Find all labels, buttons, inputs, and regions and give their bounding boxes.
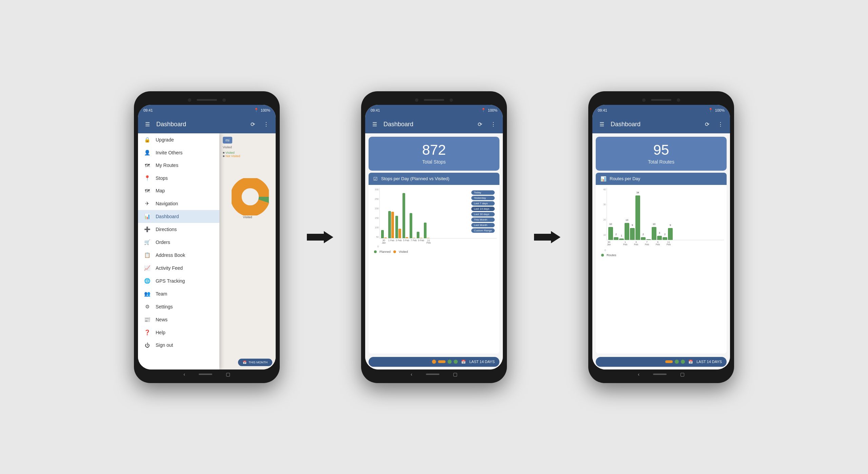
back-btn-2[interactable]: ‹ (411, 372, 412, 377)
menu-item-myroutes[interactable]: 🗺 My Routes (138, 159, 219, 172)
bar-visited-9feb (420, 238, 422, 238)
filter-30days[interactable]: Last 30 days (471, 212, 495, 216)
bar-planned-1feb (388, 211, 391, 238)
square-btn-2[interactable]: ▢ (453, 372, 457, 377)
more-icon-2[interactable]: ⋮ (489, 120, 498, 129)
menu-icon-3[interactable]: ☰ (597, 120, 607, 129)
refresh-icon-2[interactable]: ⟳ (475, 120, 485, 129)
bar-wrap-5feb: 34 (635, 195, 640, 240)
menu-item-activityfeed[interactable]: 📈 Activity Feed (138, 262, 219, 274)
route-bar-11bfeb (668, 228, 673, 240)
menu-item-map[interactable]: 🗺 Map (138, 185, 219, 197)
location-icon-1: 📍 (254, 108, 259, 112)
filter-7days[interactable]: Last 7 days (471, 201, 495, 206)
menu-label-team: Team (156, 291, 167, 297)
person-add-icon: 👤 (143, 150, 151, 156)
stat-card-routes: 95 Total Routes (596, 137, 727, 171)
menu-label-directions: Directions (156, 227, 177, 232)
date-bar-2[interactable]: 📅 LAST 14 DAYS (369, 357, 499, 367)
dashboard-icon: 📊 (143, 213, 151, 220)
directions-icon: ➕ (143, 226, 151, 232)
menu-item-navigation[interactable]: ✈ Navigation (138, 197, 219, 210)
menu-label-myroutes: My Routes (156, 163, 178, 168)
date-bar-3[interactable]: 📅 LAST 14 DAYS (596, 357, 727, 367)
menu-item-signout[interactable]: ⏻ Sign out (138, 339, 219, 352)
menu-label-orders: Orders (156, 240, 170, 245)
menu-icon-1[interactable]: ☰ (143, 120, 152, 129)
filter-yesterday[interactable]: Yesterday (471, 196, 495, 200)
more-icon-1[interactable]: ⋮ (261, 120, 271, 129)
route-bar-11feb (663, 237, 667, 240)
square-btn-3[interactable]: ▢ (680, 372, 685, 377)
addressbook-icon: 📋 (143, 252, 151, 258)
legend-planned: Planned (379, 250, 391, 253)
sidebar-menu: 🔒 Upgrade 👤 Invite Others 🗺 My Routes 📍 … (138, 133, 219, 369)
filter-14days[interactable]: Last 14 days (471, 207, 495, 211)
date-dot-orange-2 (432, 360, 436, 364)
date-btn-label-1[interactable]: THIS MONTH (249, 361, 268, 364)
refresh-icon-1[interactable]: ⟳ (248, 120, 257, 129)
route-bar-7bfeb (646, 239, 651, 240)
filter-thismonth[interactable]: This Month (471, 217, 495, 222)
phone-bottom-bar-1: ‹ ▢ (138, 369, 276, 379)
menu-item-stops[interactable]: 📍 Stops (138, 172, 219, 185)
menu-item-invite[interactable]: 👤 Invite Others (138, 146, 219, 159)
chart-header-2: ☑ Stops per Day (Planned vs Visited) (369, 173, 499, 185)
date-btn-label-2[interactable]: LAST 14 DAYS (469, 360, 495, 364)
total-routes-label: Total Routes (602, 159, 721, 165)
more-icon-3[interactable]: ⋮ (716, 120, 725, 129)
menu-label-help: Help (156, 330, 165, 335)
menu-item-dashboard[interactable]: 📊 Dashboard (138, 210, 219, 223)
filter-custom[interactable]: Custom Range (471, 228, 495, 233)
bar-group-5feb (402, 193, 408, 238)
menu-item-settings[interactable]: ⚙ Settings (138, 300, 219, 313)
route-bar-30jan (608, 227, 613, 240)
menu-item-gpstracking[interactable]: 🌐 GPS Tracking (138, 274, 219, 287)
camera-1 (188, 98, 191, 102)
x3-3feb: 3Feb (634, 241, 638, 246)
menu-label-signout: Sign out (156, 342, 173, 348)
x-labels-3: 30Jan 1Feb 3Feb 7Feb 9Feb (607, 240, 724, 246)
menu-item-team[interactable]: 👥 Team (138, 287, 219, 300)
filter-today[interactable]: Today (471, 190, 495, 195)
status-bar-2: 09:41 📍 100% (365, 105, 503, 116)
dashboard-2: 872 Total Stops ☑ Stops per Day (Planned… (365, 133, 503, 369)
menu-item-directions[interactable]: ➕ Directions (138, 223, 219, 236)
app-bar-title-1: Dashboard (156, 121, 244, 128)
menu-item-news[interactable]: 📰 News (138, 313, 219, 326)
xlabel-30jan: 30 Jan (381, 239, 387, 244)
home-btn-3[interactable] (653, 374, 667, 375)
route-bar-1feb (614, 237, 618, 240)
app-bar-2: ☰ Dashboard ⟳ ⋮ (365, 116, 503, 133)
back-btn-1[interactable]: ‹ (183, 372, 185, 377)
home-btn-2[interactable] (426, 374, 439, 375)
menu-item-upgrade[interactable]: 🔒 Upgrade (138, 133, 219, 146)
back-btn-3[interactable]: ‹ (638, 372, 639, 377)
filter-lastmonth[interactable]: Last Month (471, 223, 495, 227)
date-dot-green-3 (675, 360, 679, 364)
phone-bottom-bar-2: ‹ ▢ (365, 369, 503, 379)
arrow-1 (307, 230, 334, 244)
home-btn-1[interactable] (199, 374, 212, 375)
phone-top-bar-1 (138, 95, 276, 105)
menu-item-addressbook[interactable]: 📋 Address Book (138, 249, 219, 262)
bar-visited-7feb (413, 238, 415, 238)
menu-icon-2[interactable]: ☰ (370, 120, 379, 129)
total-routes-number: 95 (602, 143, 721, 157)
menu-item-help[interactable]: ❓ Help (138, 326, 219, 339)
xlabel-1feb: 1 Feb (388, 239, 394, 244)
status-bar-1: 09:41 📍 100% (138, 105, 276, 116)
square-btn-1[interactable]: ▢ (226, 372, 230, 377)
svg-marker-3 (307, 231, 333, 243)
status-right-3: 📍 100% (708, 108, 725, 112)
legend-dot-planned (374, 250, 377, 253)
chart-header-3: 📊 Routes per Day (596, 173, 727, 185)
menu-label-gpstracking: GPS Tracking (156, 278, 185, 284)
refresh-icon-3[interactable]: ⟳ (702, 120, 712, 129)
date-btn-label-3[interactable]: LAST 14 DAYS (696, 360, 722, 364)
bar-planned-30jan (381, 230, 384, 238)
help-icon: ❓ (143, 329, 151, 336)
cal-icon-3: 📅 (688, 360, 693, 364)
app-bar-3: ☰ Dashboard ⟳ ⋮ (592, 116, 730, 133)
menu-item-orders[interactable]: 🛒 Orders (138, 236, 219, 249)
